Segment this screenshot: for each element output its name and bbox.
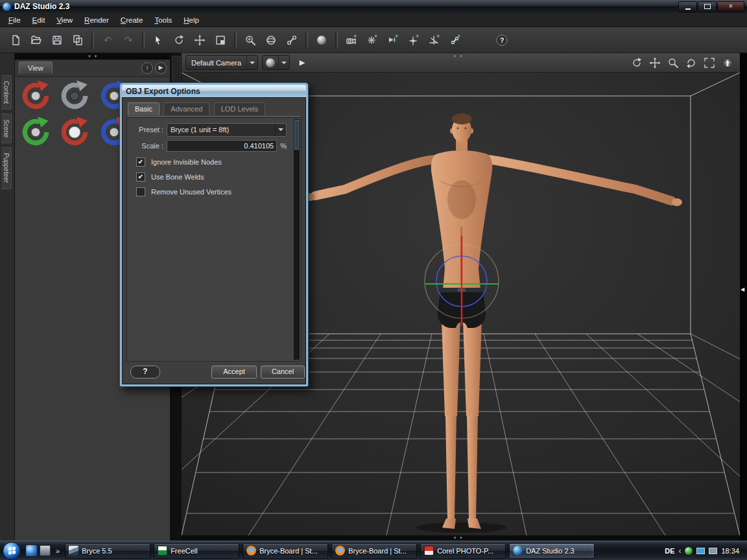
drawstyle-selector[interactable] — [262, 55, 290, 70]
scale-input[interactable] — [167, 140, 277, 152]
powerpose-button[interactable] — [261, 30, 281, 51]
joint-editor-button[interactable] — [281, 30, 302, 51]
right-dock-strip[interactable]: ◀ — [740, 53, 747, 541]
taskbar-item-freecell[interactable]: FreeCell — [154, 543, 239, 559]
new-spotlight-button[interactable]: + — [383, 30, 403, 51]
pan-view-button[interactable] — [646, 56, 663, 70]
checkbox[interactable] — [136, 187, 145, 196]
language-indicator[interactable]: DE — [665, 547, 674, 555]
redo-button[interactable]: ↷ — [118, 30, 139, 51]
tab-basic[interactable]: Basic — [128, 102, 160, 115]
tray-network-icon[interactable] — [696, 548, 705, 554]
toolbar-separator — [305, 32, 308, 49]
orbit-red-tool[interactable] — [18, 80, 54, 116]
dialog-content: Preset : Bryce (1 unit = 8ft) Scale : % … — [126, 117, 302, 362]
svg-text:?: ? — [500, 36, 504, 44]
close-button[interactable]: × — [717, 1, 744, 12]
tab-advanced[interactable]: Advanced — [163, 102, 209, 115]
checkbox[interactable]: ✔ — [136, 172, 145, 181]
orbit-gray-tool[interactable] — [56, 80, 93, 116]
panel-splitter[interactable]: ▼ ▼ — [15, 53, 170, 60]
chevron-down-icon — [278, 56, 289, 69]
tab-view[interactable]: View — [19, 62, 53, 74]
new-file-button[interactable] — [5, 30, 26, 51]
windows-flag-icon — [8, 546, 16, 554]
start-button[interactable] — [3, 542, 21, 560]
orbit-red-sphere-tool[interactable] — [56, 116, 93, 152]
menu-view[interactable]: View — [51, 14, 78, 26]
quick-launch-desktop-icon[interactable] — [40, 545, 51, 556]
menu-edit[interactable]: Edit — [27, 14, 51, 26]
undo-button[interactable]: ↶ — [97, 30, 118, 51]
frame-view-button[interactable] — [701, 56, 718, 70]
option-ignore-invisible-nodes: ✔ Ignore Invisible Nodes — [136, 157, 222, 167]
spot-render-button[interactable] — [240, 30, 261, 51]
menu-create[interactable]: Create — [115, 14, 149, 26]
node-select-button[interactable] — [148, 30, 169, 51]
panel-expand-button[interactable]: ▶ — [155, 62, 167, 74]
restore-button[interactable] — [698, 1, 717, 12]
zoom-view-button[interactable] — [665, 56, 682, 70]
joint-icon — [286, 34, 298, 46]
taskbar-item-bryce[interactable]: Bryce 5.5 — [65, 543, 150, 559]
menu-tools[interactable]: Tools — [148, 14, 178, 26]
dialog-title-bar[interactable]: OBJ Export Options — [122, 85, 306, 97]
scale-tool-button[interactable] — [210, 30, 231, 51]
taskbar-item-bryce-board-1[interactable]: Bryce-Board | St... — [243, 543, 328, 559]
tray-status-icon[interactable] — [685, 547, 693, 555]
sidebar-tab-content[interactable]: Content — [1, 75, 12, 110]
splitter-grip-icon[interactable]: ▼ ▼ — [88, 53, 99, 60]
tab-lod-levels[interactable]: LOD Levels — [214, 102, 265, 115]
cursor-icon — [152, 34, 164, 46]
tray-display-icon[interactable] — [709, 548, 717, 554]
minimize-button[interactable] — [678, 1, 697, 12]
cancel-button[interactable]: Cancel — [261, 366, 305, 379]
taskbar-item-daz-studio[interactable]: DAZ Studio 2.3 — [509, 543, 595, 559]
new-distant-light-button[interactable]: + — [362, 30, 383, 51]
checkbox-label: Remove Unused Vertices — [151, 188, 231, 196]
accept-button[interactable]: Accept — [211, 366, 257, 379]
checkbox[interactable]: ✔ — [136, 158, 145, 167]
scrollbar-thumb[interactable] — [294, 120, 299, 150]
roll-view-button[interactable] — [683, 56, 700, 70]
aim-view-button[interactable] — [719, 56, 736, 70]
dialog-help-button[interactable]: ? — [130, 366, 160, 379]
clock[interactable]: 18:34 — [721, 547, 739, 555]
taskbar-item-corel[interactable]: Corel PHOTO-P... — [420, 543, 506, 559]
panel-dock-button[interactable]: ↕ — [141, 62, 153, 74]
preset-dropdown[interactable]: Bryce (1 unit = 8ft) — [167, 123, 287, 137]
new-null-button[interactable]: + — [424, 30, 445, 51]
taskbar-item-bryce-board-2[interactable]: Bryce-Board | St... — [331, 543, 417, 559]
new-file-icon — [10, 34, 21, 46]
move-icon — [194, 34, 206, 46]
viewport-splitter-grip-icon[interactable]: ▼ ▼ — [453, 53, 464, 60]
camera-selector[interactable]: Default Camera — [185, 55, 258, 70]
dialog-scrollbar[interactable] — [294, 119, 300, 360]
copy-button[interactable] — [67, 30, 88, 51]
chevron-down-icon — [246, 56, 257, 69]
rotate-tool-button[interactable] — [169, 30, 189, 51]
surface-selection-button[interactable] — [311, 30, 332, 51]
orbit-green-tool[interactable] — [18, 116, 54, 152]
viewport-bottom-splitter[interactable]: ▼ ▼ — [182, 535, 740, 541]
new-bone-button[interactable]: + — [445, 30, 466, 51]
new-camera-button[interactable]: + — [341, 30, 362, 51]
svg-text:+: + — [395, 34, 398, 40]
help-button[interactable]: ? — [492, 30, 512, 51]
open-file-button[interactable] — [26, 30, 47, 51]
translate-tool-button[interactable] — [189, 30, 210, 51]
menu-help[interactable]: Help — [178, 14, 205, 26]
sidebar-tab-puppeteer[interactable]: Puppeteer — [1, 147, 12, 189]
sidebar-tab-scene[interactable]: Scene — [1, 113, 12, 143]
new-point-light-button[interactable]: + — [403, 30, 424, 51]
menu-render[interactable]: Render — [78, 14, 115, 26]
quick-launch-overflow-icon[interactable]: » — [56, 547, 60, 555]
tray-collapse-icon[interactable]: ‹ — [678, 546, 681, 555]
quick-launch-browser-icon[interactable] — [26, 545, 37, 556]
menu-file[interactable]: File — [3, 14, 27, 26]
undo-icon: ↶ — [104, 35, 112, 45]
viewport-play-button[interactable]: ▶ — [294, 56, 311, 70]
dock-collapse-icon[interactable]: ◀ — [741, 286, 744, 292]
save-button[interactable] — [47, 30, 67, 51]
orbit-view-button[interactable] — [628, 56, 645, 70]
